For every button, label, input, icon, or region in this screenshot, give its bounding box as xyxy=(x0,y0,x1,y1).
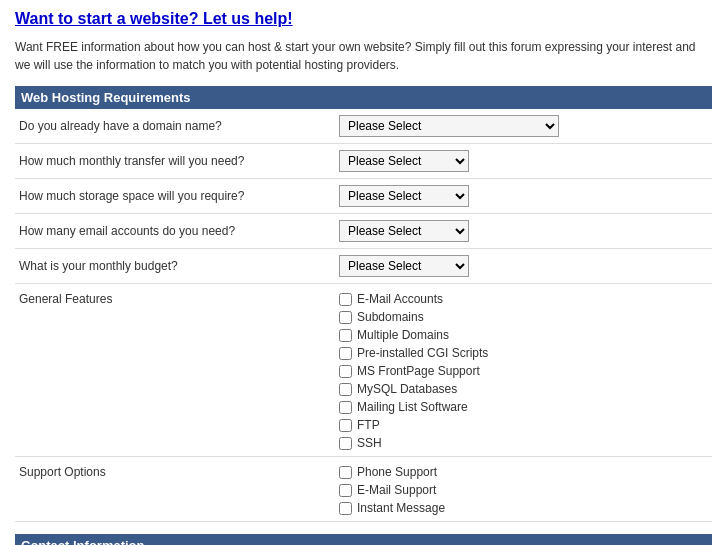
checkbox-mailing-list[interactable]: Mailing List Software xyxy=(339,400,708,414)
checkbox-subdomains[interactable]: Subdomains xyxy=(339,310,708,324)
email-accounts-select[interactable]: Please Select 1-5 6-10 11-25 25+ xyxy=(339,220,469,242)
checkbox-multiple-domains-input[interactable] xyxy=(339,329,352,342)
checkbox-mailing-list-label: Mailing List Software xyxy=(357,400,468,414)
checkbox-phone-support-input[interactable] xyxy=(339,466,352,479)
monthly-budget-label: What is your monthly budget? xyxy=(15,249,335,284)
checkbox-email-accounts-input[interactable] xyxy=(339,293,352,306)
storage-space-select[interactable]: Please Select Less than 100MB 100MB-500M… xyxy=(339,185,469,207)
domain-name-label: Do you already have a domain name? xyxy=(15,109,335,144)
monthly-budget-select[interactable]: Please Select Less than $5 $5-$10 $10-$2… xyxy=(339,255,469,277)
checkbox-mysql[interactable]: MySQL Databases xyxy=(339,382,708,396)
checkbox-ssh-input[interactable] xyxy=(339,437,352,450)
checkbox-multiple-domains-label: Multiple Domains xyxy=(357,328,449,342)
checkbox-phone-support[interactable]: Phone Support xyxy=(339,465,708,479)
checkbox-ftp-label: FTP xyxy=(357,418,380,432)
general-features-group: E-Mail Accounts Subdomains Multiple Doma… xyxy=(339,292,708,450)
monthly-transfer-select[interactable]: Please Select Less than 1GB 1-5GB 5-10GB… xyxy=(339,150,469,172)
checkbox-instant-message-label: Instant Message xyxy=(357,501,445,515)
checkbox-subdomains-label: Subdomains xyxy=(357,310,424,324)
checkbox-ftp-input[interactable] xyxy=(339,419,352,432)
checkbox-subdomains-input[interactable] xyxy=(339,311,352,324)
checkbox-pre-installed-cgi[interactable]: Pre-installed CGI Scripts xyxy=(339,346,708,360)
general-features-label: General Features xyxy=(15,284,335,457)
support-options-label: Support Options xyxy=(15,457,335,522)
checkbox-ms-frontpage[interactable]: MS FrontPage Support xyxy=(339,364,708,378)
checkbox-phone-support-label: Phone Support xyxy=(357,465,437,479)
checkbox-multiple-domains[interactable]: Multiple Domains xyxy=(339,328,708,342)
checkbox-ssh[interactable]: SSH xyxy=(339,436,708,450)
checkbox-ftp[interactable]: FTP xyxy=(339,418,708,432)
checkbox-ms-frontpage-label: MS FrontPage Support xyxy=(357,364,480,378)
checkbox-email-support[interactable]: E-Mail Support xyxy=(339,483,708,497)
checkbox-email-support-label: E-Mail Support xyxy=(357,483,436,497)
checkbox-mysql-label: MySQL Databases xyxy=(357,382,457,396)
checkbox-ms-frontpage-input[interactable] xyxy=(339,365,352,378)
checkbox-ssh-label: SSH xyxy=(357,436,382,450)
checkbox-email-accounts[interactable]: E-Mail Accounts xyxy=(339,292,708,306)
contact-information-header: Contact Information xyxy=(15,534,712,545)
checkbox-mailing-list-input[interactable] xyxy=(339,401,352,414)
storage-space-label: How much storage space will you require? xyxy=(15,179,335,214)
checkbox-email-support-input[interactable] xyxy=(339,484,352,497)
support-options-group: Phone Support E-Mail Support Instant Mes… xyxy=(339,465,708,515)
checkbox-instant-message-input[interactable] xyxy=(339,502,352,515)
checkbox-email-accounts-label: E-Mail Accounts xyxy=(357,292,443,306)
email-accounts-label: How many email accounts do you need? xyxy=(15,214,335,249)
monthly-transfer-label: How much monthly transfer will you need? xyxy=(15,144,335,179)
page-intro: Want FREE information about how you can … xyxy=(15,38,712,74)
checkbox-mysql-input[interactable] xyxy=(339,383,352,396)
checkbox-pre-installed-cgi-label: Pre-installed CGI Scripts xyxy=(357,346,488,360)
hosting-requirements-header: Web Hosting Requirements xyxy=(15,86,712,109)
checkbox-pre-installed-cgi-input[interactable] xyxy=(339,347,352,360)
domain-name-select[interactable]: Please Select Yes No xyxy=(339,115,559,137)
page-title: Want to start a website? Let us help! xyxy=(15,10,712,28)
checkbox-instant-message[interactable]: Instant Message xyxy=(339,501,708,515)
